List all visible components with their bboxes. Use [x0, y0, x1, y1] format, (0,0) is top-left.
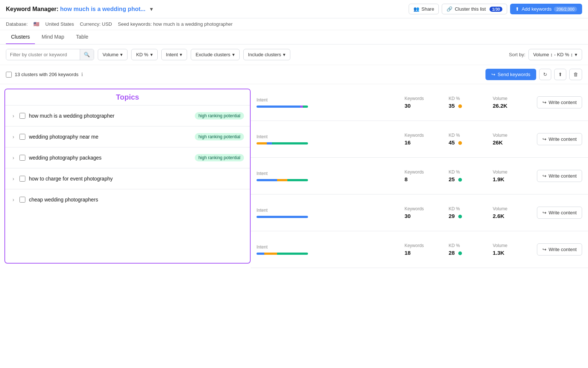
- kd-col: KD % 35: [449, 96, 493, 109]
- header-actions: 👥 Share 🔗 Cluster this list 1/30 ⬆ Add k…: [409, 4, 582, 14]
- high-ranking-potential-badge: high ranking potential: [195, 154, 244, 161]
- search-button[interactable]: 🔍: [80, 49, 94, 60]
- stat-row: Intent Keywords 8 KD % 25 Volume 1.9K: [251, 158, 588, 194]
- intent-label: Intent: [257, 171, 405, 176]
- intent-bar: [257, 216, 308, 218]
- filter-bar: 🔍 Volume ▾ KD % ▾ Intent ▾ Exclude clust…: [0, 44, 588, 65]
- keywords-col: Keywords 8: [405, 169, 449, 182]
- write-icon: ↪: [542, 173, 546, 179]
- volume-chevron-icon: ▾: [120, 52, 123, 57]
- expand-button[interactable]: ›: [11, 133, 16, 140]
- row-checkbox[interactable]: [19, 113, 25, 119]
- seed-keywords-label: Seed keywords: how much is a wedding pho…: [118, 21, 233, 27]
- write-content-button[interactable]: ↪ Write content: [537, 96, 582, 108]
- high-ranking-potential-badge: high ranking potential: [195, 133, 244, 140]
- write-content-button[interactable]: ↪ Write content: [537, 207, 582, 219]
- volume-col: Volume 2.6K: [493, 206, 537, 219]
- title-dropdown-button[interactable]: ▾: [150, 6, 153, 12]
- write-content-label: Write content: [549, 247, 577, 252]
- kd-col: KD % 25: [449, 169, 493, 182]
- main-content: Topics › how much is a wedding photograp…: [0, 84, 588, 268]
- exclude-chevron-icon: ▾: [232, 52, 235, 57]
- write-content-label: Write content: [549, 210, 577, 215]
- intent-bar: [257, 142, 308, 144]
- share-button[interactable]: 👥 Share: [409, 4, 439, 14]
- tab-table[interactable]: Table: [71, 30, 93, 44]
- tab-mindmap[interactable]: Mind Map: [36, 30, 69, 44]
- stat-row: Intent Keywords 30 KD % 29 Volume 2.6K ↪…: [251, 194, 588, 231]
- kd-chevron-icon: ▾: [150, 52, 153, 57]
- tabs-bar: Clusters Mind Map Table: [0, 30, 588, 44]
- volume-label: Volume: [493, 243, 537, 248]
- topics-header: Topics: [5, 89, 250, 105]
- cluster-this-list-button[interactable]: 🔗 Cluster this list 1/30: [442, 4, 507, 14]
- delete-icon: 🗑: [573, 72, 578, 77]
- sort-label: Sort by:: [509, 52, 526, 57]
- volume-value: 26.2K: [493, 103, 537, 109]
- search-input[interactable]: [6, 49, 80, 60]
- exclude-clusters-dropdown[interactable]: Exclude clusters ▾: [191, 49, 240, 60]
- cluster-count-badge: 1/30: [490, 7, 502, 12]
- keywords-col: Keywords 16: [405, 133, 449, 146]
- stat-row: Intent Keywords 16 KD % 45 Volume 26K: [251, 121, 588, 158]
- add-keywords-button[interactable]: ⬆ Add keywords 206/2,000: [510, 4, 582, 14]
- volume-value: 1.3K: [493, 250, 537, 256]
- kd-value: 35: [449, 103, 493, 109]
- send-icon: ↪: [491, 72, 495, 77]
- include-clusters-label: Include clusters: [248, 52, 281, 57]
- keywords-value: 30: [405, 103, 449, 109]
- volume-label: Volume: [493, 96, 537, 101]
- kd-label: KD %: [449, 133, 493, 138]
- write-content-label: Write content: [549, 100, 577, 105]
- exclude-clusters-label: Exclude clusters: [196, 52, 230, 57]
- write-content-button[interactable]: ↪ Write content: [537, 243, 582, 256]
- keywords-col: Keywords 18: [405, 243, 449, 256]
- expand-button[interactable]: ›: [11, 154, 16, 161]
- volume-col: Volume 26.2K: [493, 96, 537, 109]
- volume-label: Volume: [493, 206, 537, 211]
- expand-button[interactable]: ›: [11, 112, 16, 119]
- tab-clusters[interactable]: Clusters: [6, 30, 35, 44]
- keywords-value: 18: [405, 250, 449, 256]
- expand-button[interactable]: ›: [11, 175, 16, 182]
- export-button[interactable]: ⬆: [554, 69, 566, 80]
- intent-dropdown[interactable]: Intent ▾: [161, 49, 187, 60]
- include-clusters-dropdown[interactable]: Include clusters ▾: [243, 49, 290, 60]
- send-keywords-button[interactable]: ↪ Send keywords: [485, 69, 536, 80]
- select-all-checkbox[interactable]: [6, 72, 12, 78]
- refresh-button[interactable]: ↻: [539, 69, 551, 80]
- kd-col: KD % 28: [449, 243, 493, 256]
- topic-name: how much is a wedding photographer: [29, 113, 191, 119]
- write-content-button[interactable]: ↪ Write content: [537, 133, 582, 145]
- row-checkbox[interactable]: [19, 197, 25, 203]
- write-icon: ↪: [542, 136, 546, 142]
- volume-col: Volume 26K: [493, 133, 537, 146]
- row-checkbox[interactable]: [19, 134, 25, 140]
- kd-col: KD % 29: [449, 206, 493, 219]
- topic-name: how to charge for event photography: [29, 176, 244, 182]
- page-title: Keyword Manager: how much is a wedding p…: [6, 6, 146, 12]
- kd-dropdown[interactable]: KD % ▾: [131, 49, 157, 60]
- expand-button[interactable]: ›: [11, 196, 16, 203]
- keywords-label: Keywords: [405, 243, 449, 248]
- row-checkbox[interactable]: [19, 176, 25, 182]
- intent-bar: [257, 179, 308, 181]
- volume-value: 1.9K: [493, 176, 537, 182]
- row-checkbox[interactable]: [19, 155, 25, 161]
- high-ranking-potential-badge: high ranking potential: [195, 112, 244, 119]
- search-wrapper: 🔍: [6, 49, 94, 60]
- volume-dropdown[interactable]: Volume ▾: [98, 49, 128, 60]
- currency-label: Currency: USD: [80, 21, 112, 27]
- intent-label: Intent: [257, 244, 405, 250]
- write-content-button[interactable]: ↪ Write content: [537, 170, 582, 182]
- title-prefix: Keyword Manager:: [6, 6, 60, 12]
- sort-dropdown[interactable]: Volume ↕ - KD % ↕ ▾: [528, 49, 582, 60]
- intent-label: Intent: [257, 97, 405, 103]
- delete-button[interactable]: 🗑: [569, 69, 582, 80]
- stats-panel: Intent Keywords 30 KD % 35 Volume 26.2K: [251, 84, 588, 268]
- intent-label: Intent: [257, 134, 405, 139]
- sort-value: Volume ↕ - KD % ↕: [533, 52, 573, 57]
- keywords-value: 16: [405, 139, 449, 146]
- list-item: › how much is a wedding photographer hig…: [5, 105, 250, 126]
- keywords-value: 30: [405, 213, 449, 219]
